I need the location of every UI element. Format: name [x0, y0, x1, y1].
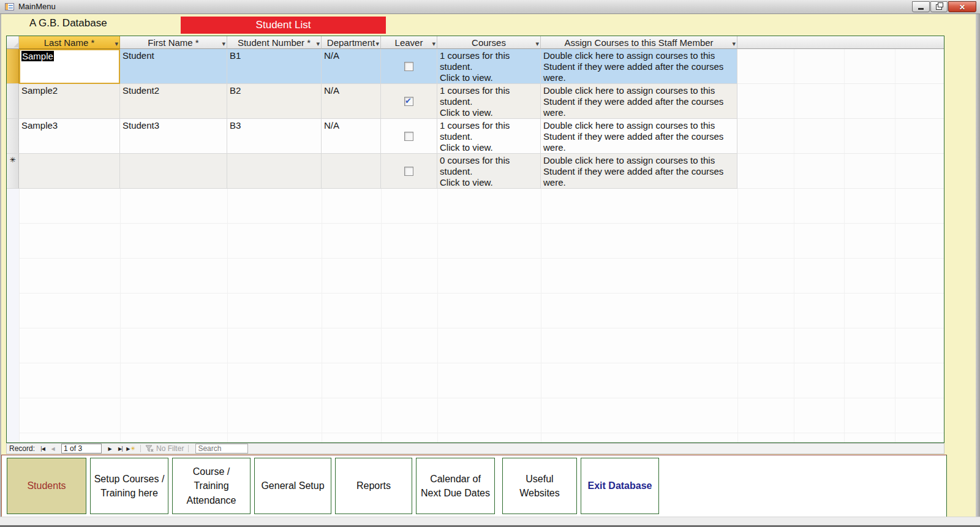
close-icon [959, 1, 965, 12]
datasheet-empty-area [7, 189, 944, 442]
column-header-first-name[interactable]: First Name * [120, 36, 227, 49]
cell-assign-courses[interactable]: Double click here to assign courses to t… [541, 84, 737, 119]
cell-leaver [381, 154, 437, 189]
cell-last-name[interactable]: Sample2 [19, 84, 120, 119]
cell-assign-courses[interactable]: Double click here to assign courses to t… [541, 154, 737, 189]
next-record-button[interactable] [105, 444, 115, 453]
cell-first-name[interactable]: Student2 [120, 84, 227, 119]
cell-first-name[interactable]: Student3 [120, 119, 227, 154]
column-header-label: Last Name * [44, 37, 95, 48]
student-list-banner: Student List [181, 17, 386, 34]
record-label: Record: [9, 444, 35, 453]
navigator-separator [140, 445, 141, 452]
cell-department[interactable]: N/A [322, 49, 381, 84]
search-input[interactable] [195, 444, 248, 453]
cell-student-number[interactable] [227, 154, 322, 189]
leaver-checkbox[interactable] [404, 62, 413, 71]
column-header-leaver[interactable]: Leaver [381, 36, 437, 49]
cell-first-name[interactable] [120, 154, 227, 189]
record-position-box[interactable]: 1 of 3 [61, 444, 102, 453]
column-header-student-number[interactable]: Student Number * [227, 36, 322, 49]
general-setup-button[interactable]: General Setup [254, 458, 331, 514]
close-button[interactable] [948, 1, 976, 12]
exit-database-button[interactable]: Exit Database [581, 458, 659, 514]
filter-dropdown-icon[interactable] [375, 37, 379, 48]
restore-button[interactable] [930, 1, 948, 12]
filter-dropdown-icon[interactable] [732, 37, 736, 48]
column-header-last-name[interactable]: Last Name * [19, 36, 120, 49]
select-all-corner[interactable] [7, 36, 19, 49]
new-record-star-icon [130, 445, 135, 452]
minimize-icon [918, 8, 924, 10]
courses-link-text: Click to view. [440, 72, 538, 83]
students-datasheet: Last Name * First Name * Student Number … [6, 36, 944, 443]
cell-courses[interactable]: 1 courses for this student.Click to view… [437, 119, 541, 154]
restore-icon [936, 4, 942, 10]
cell-last-name[interactable]: Sample [19, 49, 120, 84]
leaver-checkbox[interactable] [404, 97, 413, 106]
new-record-marker-icon[interactable] [7, 154, 19, 189]
first-record-button[interactable] [38, 444, 47, 453]
cell-last-name[interactable]: Sample3 [19, 119, 120, 154]
no-filter-label: No Filter [156, 444, 184, 453]
cell-courses[interactable]: 0 courses for this student.Click to view… [437, 154, 541, 189]
column-header-label: Department [327, 37, 375, 48]
courses-text: 1 courses for this student. [440, 50, 538, 72]
cell-empty [737, 84, 944, 119]
cell-department[interactable]: N/A [322, 84, 381, 119]
setup-courses-button[interactable]: Setup Courses / Training here [90, 458, 168, 514]
table-row: Sample3 Student3 B3 N/A 1 courses for th… [7, 119, 944, 154]
filter-dropdown-icon[interactable] [316, 37, 320, 48]
window-title: MainMenu [18, 2, 56, 11]
row-selector[interactable] [7, 84, 19, 119]
cell-assign-courses[interactable]: Double click here to assign courses to t… [541, 119, 737, 154]
main-window: MainMenu A G.B. Database Student List La… [0, 0, 980, 527]
cell-student-number[interactable]: B2 [227, 84, 322, 119]
leaver-checkbox[interactable] [404, 132, 413, 141]
cell-student-number[interactable]: B3 [227, 119, 322, 154]
new-record-row: 0 courses for this student.Click to view… [7, 154, 944, 189]
previous-record-button[interactable] [48, 444, 58, 453]
cell-department[interactable]: N/A [322, 119, 381, 154]
window-right-border [976, 13, 980, 517]
cell-assign-courses[interactable]: Double click here to assign courses to t… [541, 49, 737, 84]
useful-websites-button[interactable]: Useful Websites [502, 458, 577, 514]
cell-leaver [381, 119, 437, 154]
cell-leaver [381, 49, 437, 84]
table-row: Sample Student B1 N/A 1 courses for this… [7, 49, 944, 84]
students-button[interactable]: Students [7, 458, 86, 514]
title-bar[interactable]: MainMenu [0, 0, 980, 14]
courses-link-text: Click to view. [440, 142, 538, 153]
calendar-due-dates-button[interactable]: Calendar of Next Due Dates [416, 458, 495, 514]
cell-last-name[interactable] [19, 154, 120, 189]
cell-department[interactable] [322, 154, 381, 189]
access-form-icon [5, 3, 14, 10]
menu-button-row: Students Setup Courses / Training here C… [2, 455, 946, 514]
column-header-label: Student Number * [238, 37, 311, 48]
filter-dropdown-icon[interactable] [222, 37, 225, 48]
row-selector[interactable] [7, 119, 19, 154]
course-training-attendance-button[interactable]: Course / Training Attendance [172, 458, 251, 514]
column-header-courses[interactable]: Courses [437, 36, 541, 49]
filter-dropdown-icon[interactable] [432, 37, 435, 48]
filter-dropdown-icon[interactable] [115, 37, 118, 48]
new-record-button[interactable] [126, 444, 135, 453]
row-selector[interactable] [7, 49, 19, 84]
cell-empty [737, 49, 944, 84]
cell-courses[interactable]: 1 courses for this student.Click to view… [437, 84, 541, 119]
column-header-assign-courses[interactable]: Assign Courses to this Staff Member [541, 36, 737, 49]
cell-first-name[interactable]: Student [120, 49, 227, 84]
cell-courses[interactable]: 1 courses for this student.Click to view… [437, 49, 541, 84]
last-record-button[interactable] [116, 444, 125, 453]
select-all-corner-icon [13, 38, 18, 48]
leaver-checkbox[interactable] [404, 167, 413, 176]
window-left-border [0, 13, 1, 517]
reports-button[interactable]: Reports [335, 458, 412, 514]
column-header-department[interactable]: Department [322, 36, 381, 49]
minimize-button[interactable] [912, 1, 930, 12]
filter-status[interactable]: No Filter [145, 444, 184, 453]
table-row: Sample2 Student2 B2 N/A 1 courses for th… [7, 84, 944, 119]
courses-text: 1 courses for this student. [440, 120, 538, 142]
cell-student-number[interactable]: B1 [227, 49, 322, 84]
filter-dropdown-icon[interactable] [535, 37, 539, 48]
